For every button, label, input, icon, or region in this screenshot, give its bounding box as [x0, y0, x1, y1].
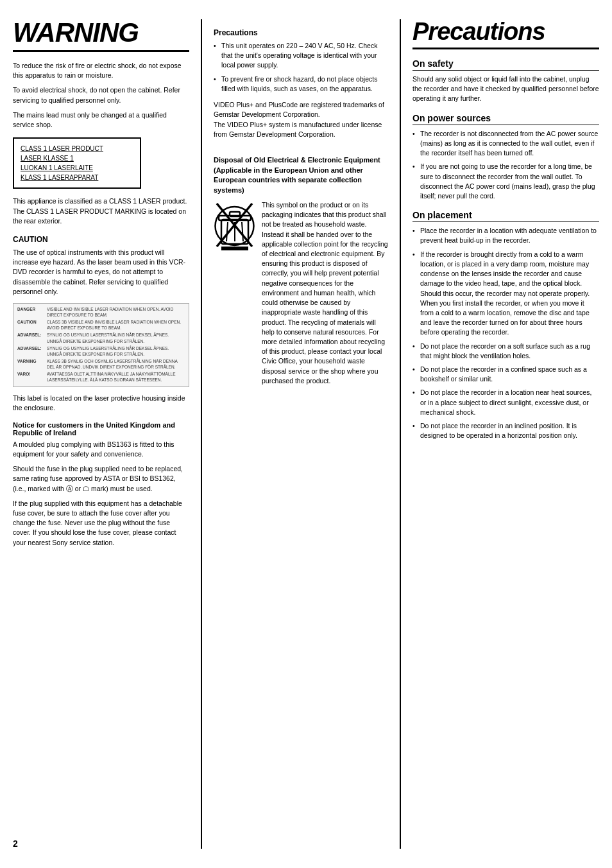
- disposal-content: This symbol on the product or on its pac…: [214, 200, 388, 386]
- laser-line-1: CLASS 1 LASER PRODUCT: [21, 144, 133, 153]
- left-column: WARNING To reduce the risk of fire or el…: [13, 19, 202, 849]
- notice-heading: Notice for customers in the United Kingd…: [13, 421, 189, 437]
- label-key-3: ADVARSEL:: [17, 332, 43, 343]
- label-val-4: SYNLIG OG USYNLIG LASERSTRÅLING NÅR DEKS…: [47, 345, 185, 357]
- label-val-3: SYNLIG OG USYNLIG LASERSTRÅLING NÅR DEKS…: [47, 332, 185, 343]
- warning-para-1: To reduce the risk of fire or electric s…: [13, 61, 189, 80]
- precaution-bullet-2: To prevent fire or shock hazard, do not …: [214, 74, 388, 94]
- on-placement-heading: On placement: [412, 210, 599, 222]
- label-key-4: ADVARSEL:: [17, 345, 43, 357]
- on-placement-bullet-3: Do not place the recorder on a soft surf…: [412, 342, 599, 361]
- laser-line-4: KLASS 1 LASERAPPARAT: [21, 173, 133, 182]
- label-row-2: CAUTION CLASS 3B VISIBLE AND INVISIBLE L…: [17, 319, 185, 331]
- on-placement-bullet-1: Place the recorder in a location with ad…: [412, 226, 599, 245]
- label-key-6: VARO!: [17, 371, 43, 383]
- on-power-bullets: The recorder is not disconnected from th…: [412, 129, 599, 202]
- precaution-bullets: This unit operates on 220 – 240 V AC, 50…: [214, 41, 388, 94]
- label-val-6: AVATTAESSA OLET ALTTIINA NÄKYVÄLLE JA NÄ…: [47, 371, 185, 383]
- on-placement-bullet-4: Do not place the recorder in a confined …: [412, 365, 599, 384]
- label-key-2: CAUTION: [17, 319, 43, 331]
- laser-label-box: DANGER VISIBLE AND INVISIBLE LASER RADIA…: [13, 303, 189, 387]
- middle-column: Precautions This unit operates on 220 – …: [202, 19, 401, 849]
- svg-line-5: [242, 222, 243, 241]
- on-power-heading: On power sources: [412, 113, 599, 125]
- warning-title: WARNING: [13, 19, 189, 52]
- label-row-3: ADVARSEL: SYNLIG OG USYNLIG LASERSTRÅLIN…: [17, 332, 185, 343]
- svg-rect-9: [221, 247, 248, 250]
- page-number: 2: [13, 838, 18, 849]
- on-power-bullet-2: If you are not going to use the recorder…: [412, 162, 599, 201]
- on-safety-heading: On safety: [412, 58, 599, 71]
- disposal-heading: Disposal of Old Electrical & Electronic …: [214, 146, 388, 195]
- label-row-5: VARNING KLASS 3B SYNLIG OCH OSYNLIG LASE…: [17, 358, 185, 370]
- right-column: Precautions On safety Should any solid o…: [401, 19, 599, 849]
- laser-line-2: LASER KLASSE 1: [21, 153, 133, 163]
- precautions-section-heading: Precautions: [214, 28, 388, 37]
- label-row-6: VARO! AVATTAESSA OLET ALTTIINA NÄKYVÄLLE…: [17, 371, 185, 383]
- disposal-icon: [214, 200, 255, 248]
- warning-para-3: The mains lead must only be changed at a…: [13, 110, 189, 130]
- label-key-1: DANGER: [17, 306, 43, 318]
- appliance-text: This appliance is classified as a CLASS …: [13, 196, 189, 226]
- on-placement-bullets: Place the recorder in a location with ad…: [412, 226, 599, 440]
- on-placement-bullet-2: If the recorder is brought directly from…: [412, 250, 599, 338]
- laser-line-3: LUOKAN 1 LASERLAITE: [21, 163, 133, 173]
- label-key-5: VARNING: [17, 358, 43, 370]
- precaution-bullet-1: This unit operates on 220 – 240 V AC, 50…: [214, 41, 388, 71]
- svg-rect-2: [230, 212, 240, 216]
- label-val-2: CLASS 3B VISIBLE AND INVISIBLE LASER RAD…: [47, 319, 185, 331]
- precautions-title: Precautions: [412, 19, 599, 49]
- label-val-1: VISIBLE AND INVISIBLE LASER RADIATION WH…: [47, 306, 185, 318]
- on-placement-bullet-6: Do not place the recorder in an inclined…: [412, 421, 599, 440]
- on-safety-text: Should any solid object or liquid fall i…: [412, 74, 599, 104]
- laser-box: CLASS 1 LASER PRODUCT LASER KLASSE 1 LUO…: [13, 137, 141, 189]
- label-val-5: KLASS 3B SYNLIG OCH OSYNLIG LASERSTRÅLNI…: [47, 358, 185, 370]
- caution-text: The use of optical instruments with this…: [13, 248, 189, 297]
- on-power-bullet-1: The recorder is not disconnected from th…: [412, 129, 599, 159]
- label-row-1: DANGER VISIBLE AND INVISIBLE LASER RADIA…: [17, 306, 185, 318]
- label-row-4: ADVARSEL: SYNLIG OG USYNLIG LASERSTRÅLIN…: [17, 345, 185, 357]
- warning-para-2: To avoid electrical shock, do not open t…: [13, 85, 189, 105]
- on-placement-bullet-5: Do not place the recorder in a location …: [412, 388, 599, 417]
- caution-heading: CAUTION: [13, 235, 189, 244]
- label-caption: This label is located on the laser prote…: [13, 394, 189, 413]
- notice-para-1: A moulded plug complying with BS1363 is …: [13, 440, 189, 459]
- disposal-text: This symbol on the product or on its pac…: [262, 200, 388, 386]
- notice-para-3: If the plug supplied with this equipment…: [13, 499, 189, 548]
- notice-para-2: Should the fuse in the plug supplied nee…: [13, 464, 189, 494]
- videoplus-text: VIDEO Plus+ and PlusCode are registered …: [214, 100, 388, 139]
